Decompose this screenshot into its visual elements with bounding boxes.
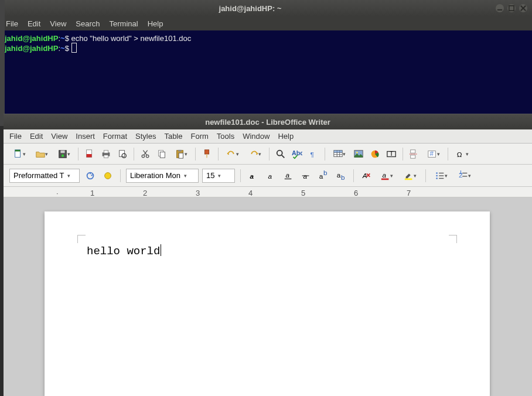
separator xyxy=(403,148,403,161)
separator xyxy=(120,169,121,182)
lo-menu-view[interactable]: View xyxy=(51,132,67,141)
terminal-line-1: jahid@jahidHP:~$ echo "hello world" > ne… xyxy=(5,34,527,43)
insert-field-button[interactable]: # xyxy=(424,147,444,161)
update-style-button[interactable] xyxy=(83,169,97,183)
prompt-path: ~ xyxy=(60,44,65,53)
strikethrough-button[interactable]: a xyxy=(299,169,313,183)
separator xyxy=(269,148,270,161)
svg-rect-43 xyxy=(411,155,415,158)
spellcheck-button[interactable]: Abc xyxy=(290,147,304,161)
terminal-command: echo "hello world" > newfile101.doc xyxy=(71,34,191,43)
highlight-color-button[interactable] xyxy=(400,169,420,183)
underline-button[interactable]: a xyxy=(281,169,295,183)
svg-text:b: b xyxy=(323,170,328,176)
insert-page-break-button[interactable] xyxy=(407,147,421,161)
copy-button[interactable] xyxy=(155,147,169,161)
lo-menu-window[interactable]: Window xyxy=(243,132,270,141)
menu-terminal[interactable]: Terminal xyxy=(110,19,138,28)
lo-menu-format[interactable]: Format xyxy=(103,132,127,141)
format-paintbrush-button[interactable] xyxy=(200,147,214,161)
libreoffice-toolbar-main: Abc ¶ T # Ω xyxy=(4,144,532,165)
svg-rect-5 xyxy=(15,149,21,151)
bold-button[interactable]: a xyxy=(246,169,260,183)
svg-rect-7 xyxy=(60,150,64,153)
subscript-button[interactable]: ab xyxy=(334,169,348,183)
insert-textbox-button[interactable]: T xyxy=(384,147,398,161)
prompt-path: ~ xyxy=(60,34,65,43)
lo-menu-file[interactable]: File xyxy=(9,132,22,141)
print-button[interactable] xyxy=(99,147,113,161)
clear-formatting-button[interactable]: A xyxy=(359,169,373,183)
svg-text:2: 2 xyxy=(459,170,463,178)
svg-text:A: A xyxy=(362,171,367,179)
prompt-user: jahid@jahidHP xyxy=(5,44,58,53)
lo-menu-insert[interactable]: Insert xyxy=(76,132,95,141)
svg-line-19 xyxy=(143,150,146,155)
margin-corner-icon xyxy=(77,235,86,243)
insert-symbol-button[interactable]: Ω xyxy=(452,147,472,161)
italic-button[interactable]: a xyxy=(264,169,278,183)
font-name-select[interactable]: Liberation Mon▾ xyxy=(126,169,199,183)
new-document-button[interactable] xyxy=(9,147,29,161)
find-replace-button[interactable] xyxy=(274,147,288,161)
lo-menu-tools[interactable]: Tools xyxy=(217,132,234,141)
terminal-title: jahid@jahidHP: ~ xyxy=(5,4,496,13)
prompt-symbol: $ xyxy=(65,44,69,53)
svg-text:T: T xyxy=(389,149,393,156)
maximize-button[interactable] xyxy=(507,4,516,12)
font-size-select[interactable]: 15▾ xyxy=(202,169,235,183)
libreoffice-titlebar[interactable]: newfile101.doc - LibreOffice Writer xyxy=(4,114,532,129)
svg-rect-26 xyxy=(206,154,207,158)
terminal-window: jahid@jahidHP: ~ File Edit View Search T… xyxy=(0,0,532,126)
horizontal-ruler[interactable]: · 1 2 3 4 5 6 7 xyxy=(4,187,532,197)
svg-rect-36 xyxy=(334,150,342,152)
save-button[interactable] xyxy=(54,147,74,161)
insert-chart-button[interactable] xyxy=(368,147,382,161)
insert-table-button[interactable] xyxy=(329,147,349,161)
separator xyxy=(325,148,325,161)
bullet-list-button[interactable] xyxy=(431,169,451,183)
lo-menu-help[interactable]: Help xyxy=(278,132,294,141)
menu-edit[interactable]: Edit xyxy=(28,19,40,28)
close-button[interactable] xyxy=(519,4,527,12)
font-color-button[interactable]: a xyxy=(377,169,397,183)
lo-menu-form[interactable]: Form xyxy=(190,132,208,141)
document-text[interactable]: hello world xyxy=(87,245,160,258)
paste-button[interactable] xyxy=(171,147,191,161)
menu-search[interactable]: Search xyxy=(76,19,100,28)
numbered-list-button[interactable]: 12 xyxy=(455,169,475,183)
lo-menu-table[interactable]: Table xyxy=(164,132,182,141)
terminal-body[interactable]: jahid@jahidHP:~$ echo "hello world" > ne… xyxy=(0,30,532,126)
svg-rect-23 xyxy=(178,149,181,151)
redo-button[interactable] xyxy=(245,147,265,161)
separator xyxy=(134,148,134,161)
document-page[interactable]: hello world xyxy=(45,211,490,396)
svg-point-67 xyxy=(436,175,438,176)
separator xyxy=(78,148,79,161)
undo-button[interactable] xyxy=(223,147,243,161)
menu-help[interactable]: Help xyxy=(148,19,163,28)
superscript-button[interactable]: ab xyxy=(316,169,330,183)
svg-rect-21 xyxy=(160,152,165,158)
svg-rect-1 xyxy=(509,6,514,11)
svg-text:¶: ¶ xyxy=(311,150,314,158)
menu-file[interactable]: File xyxy=(6,19,18,28)
open-button[interactable] xyxy=(32,147,52,161)
print-preview-button[interactable] xyxy=(115,147,129,161)
export-pdf-button[interactable] xyxy=(83,147,97,161)
cut-button[interactable] xyxy=(138,147,152,161)
unity-launcher-edge xyxy=(0,0,5,126)
font-size-value: 15 xyxy=(206,171,214,180)
minimize-button[interactable] xyxy=(496,4,504,12)
terminal-titlebar[interactable]: jahid@jahidHP: ~ xyxy=(0,0,532,16)
lo-menu-edit[interactable]: Edit xyxy=(30,132,43,141)
menu-view[interactable]: View xyxy=(50,19,66,28)
paragraph-style-select[interactable]: Preformatted T▾ xyxy=(9,169,80,183)
lo-menu-styles[interactable]: Styles xyxy=(135,132,156,141)
new-style-button[interactable] xyxy=(101,169,115,183)
document-area[interactable]: hello world xyxy=(4,197,532,396)
svg-line-28 xyxy=(282,155,285,158)
insert-image-button[interactable] xyxy=(352,147,366,161)
formatting-marks-button[interactable]: ¶ xyxy=(306,147,320,161)
svg-text:a: a xyxy=(268,172,272,179)
